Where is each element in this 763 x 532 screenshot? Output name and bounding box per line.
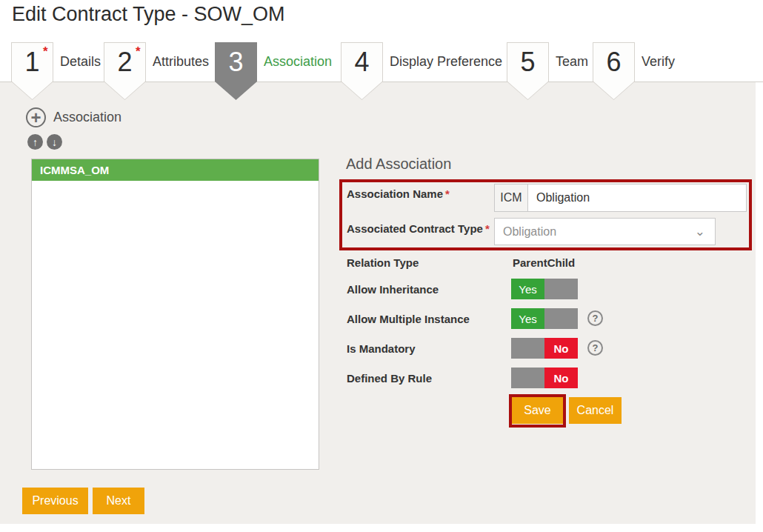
select-value: Obligation xyxy=(503,225,695,239)
help-icon[interactable]: ? xyxy=(587,310,603,326)
step-number: 5 xyxy=(507,42,549,82)
step-number: 4 xyxy=(341,42,383,82)
help-icon[interactable]: ? xyxy=(587,340,603,356)
relation-type-label: Relation Type xyxy=(347,256,419,269)
toggle-on-label: Yes xyxy=(511,279,544,299)
allow-multiple-instance-toggle[interactable]: Yes xyxy=(511,308,578,329)
add-association-label: Association xyxy=(53,107,121,127)
toggle-track xyxy=(511,338,544,359)
toggle-off-label: No xyxy=(544,338,578,359)
association-name-field: ICM xyxy=(494,184,747,212)
required-asterisk: * xyxy=(136,44,141,59)
previous-button[interactable]: Previous xyxy=(22,488,88,514)
step-number: 3 xyxy=(215,42,257,82)
defined-by-rule-label: Defined By Rule xyxy=(347,372,432,385)
associated-contract-type-label: Associated Contract Type* xyxy=(347,222,490,235)
save-button[interactable]: Save xyxy=(512,397,563,424)
add-association-heading: Add Association xyxy=(346,156,451,173)
step-label: Attributes xyxy=(153,42,209,82)
is-mandatory-label: Is Mandatory xyxy=(347,342,416,355)
relation-type-value: ParentChild xyxy=(513,256,575,269)
move-up-icon[interactable]: ↑ xyxy=(27,134,43,150)
allow-multiple-instance-label: Allow Multiple Instance xyxy=(347,313,470,325)
move-down-icon[interactable]: ↓ xyxy=(47,134,62,150)
is-mandatory-toggle[interactable]: No xyxy=(511,338,578,359)
toggle-on-label: Yes xyxy=(511,308,544,329)
association-name-label: Association Name* xyxy=(347,187,450,200)
associated-contract-type-select[interactable]: Obligation ⌄ xyxy=(494,218,716,245)
step-number: 6 xyxy=(593,42,635,82)
chevron-down-icon: ⌄ xyxy=(695,225,705,238)
next-button[interactable]: Next xyxy=(93,488,144,514)
step-label: Association xyxy=(264,42,332,82)
page-title: Edit Contract Type - SOW_OM xyxy=(12,3,285,26)
step-label: Team xyxy=(556,42,588,82)
edit-contract-type-page: Edit Contract Type - SOW_OM 1 * Details … xyxy=(0,0,763,532)
list-item[interactable]: ICMMSA_OM xyxy=(32,159,319,181)
cancel-button[interactable]: Cancel xyxy=(569,397,622,424)
toggle-off-label: No xyxy=(544,368,578,388)
required-asterisk: * xyxy=(43,44,48,59)
allow-inheritance-toggle[interactable]: Yes xyxy=(511,279,578,299)
add-association-icon[interactable]: + xyxy=(26,107,46,127)
step-label: Display Preference xyxy=(390,42,502,82)
defined-by-rule-toggle[interactable]: No xyxy=(511,368,578,388)
toggle-track xyxy=(511,368,544,388)
step-label: Verify xyxy=(642,42,675,82)
toggle-track xyxy=(544,308,578,329)
allow-inheritance-label: Allow Inheritance xyxy=(347,283,439,296)
toggle-track xyxy=(544,279,578,299)
step-label: Details xyxy=(60,42,101,82)
association-name-input[interactable] xyxy=(528,184,746,211)
name-prefix: ICM xyxy=(495,184,528,211)
association-listbox: ICMMSA_OM xyxy=(31,159,319,470)
